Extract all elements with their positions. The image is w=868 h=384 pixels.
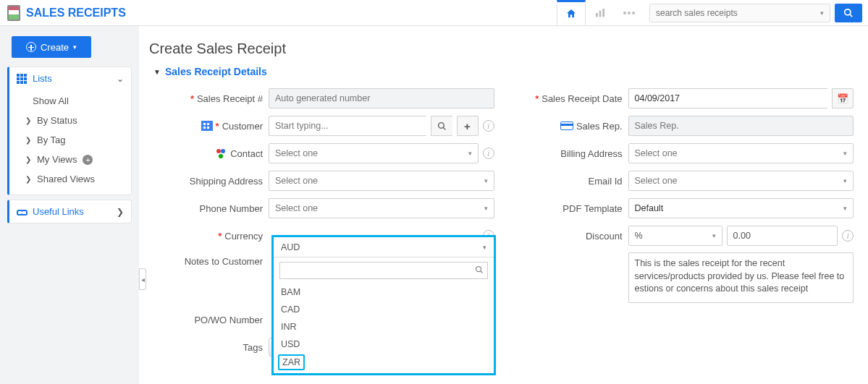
discount-unit-select[interactable]: % ▾ (628, 226, 722, 246)
receipt-date-input[interactable]: 04/09/2017 (628, 88, 828, 108)
label-pdf-template: PDF Template (562, 203, 622, 214)
sidebar-item-my-views[interactable]: ❯ My Views + (9, 150, 131, 169)
label-receipt-date: Sales Receipt Date (542, 93, 622, 104)
add-view-icon[interactable]: + (83, 155, 93, 165)
notes-textarea[interactable]: This is the sales receipt for the recent… (628, 252, 854, 303)
currency-selected[interactable]: AUD ▾ (274, 237, 494, 257)
chevron-right-icon: ❯ (25, 136, 31, 144)
customer-add-button[interactable]: + (457, 116, 479, 136)
label-phone-number: Phone Number (200, 203, 263, 214)
label-currency: Currency (224, 231, 263, 242)
label-tags: Tags (243, 342, 263, 353)
form-column-left: *Sales Receipt # Auto generated number *… (149, 88, 494, 364)
sidebar-item-show-all[interactable]: Show All (9, 91, 131, 111)
top-bar: SALES RECEIPTS ▾ (0, 0, 868, 26)
main-content: Create Sales Receipt ▼ Sales Receipt Det… (139, 26, 868, 384)
currency-option[interactable]: INR (274, 318, 494, 336)
pdf-template-select[interactable]: Default ▾ (628, 198, 854, 218)
info-icon[interactable]: i (483, 120, 494, 132)
bar-chart-icon (594, 7, 606, 19)
chevron-down-icon: ▾ (843, 177, 847, 184)
dots-icon (623, 11, 636, 15)
currency-option-highlighted[interactable]: ZAR (278, 354, 305, 370)
sidebar-useful-links-label: Useful Links (33, 206, 84, 217)
chevron-down-icon: ⌄ (117, 74, 124, 84)
svg-line-9 (443, 127, 445, 129)
sales-rep-input: Sales Rep. (628, 116, 854, 136)
sidebar-useful-links-head[interactable]: Useful Links ❯ (9, 200, 131, 223)
discount-value-input[interactable]: 0.00 (727, 226, 838, 246)
chevron-right-icon: ❯ (25, 175, 31, 183)
svg-point-11 (476, 267, 481, 272)
global-search-input[interactable] (656, 8, 820, 18)
label-billing-address: Billing Address (560, 148, 622, 159)
link-icon (17, 207, 27, 217)
svg-point-8 (438, 122, 444, 128)
label-notes: Notes to Customer (185, 256, 263, 267)
svg-line-7 (850, 14, 853, 17)
more-button[interactable] (615, 0, 644, 25)
company-icon (201, 121, 213, 131)
sales-receipt-no-input: Auto generated number (269, 88, 494, 108)
chevron-down-icon[interactable]: ▾ (820, 9, 824, 17)
phone-number-select[interactable]: Select one ▾ (269, 198, 494, 218)
contact-select[interactable]: Select one ▾ (269, 143, 479, 163)
email-id-select[interactable]: Select one ▾ (628, 171, 854, 191)
label-customer: Customer (222, 121, 263, 132)
svg-line-12 (481, 271, 483, 273)
label-contact: Contact (230, 148, 263, 159)
label-discount: Discount (586, 231, 623, 242)
collapse-triangle-icon: ▼ (153, 68, 161, 76)
section-header-label: Sales Receipt Details (165, 66, 267, 77)
svg-rect-0 (596, 13, 598, 17)
global-search[interactable]: ▾ (649, 4, 830, 22)
calendar-button[interactable] (832, 88, 854, 108)
chevron-right-icon: ❯ (117, 207, 124, 217)
currency-options-list[interactable]: BAM CAD INR USD ZAR (274, 283, 494, 373)
customer-search-button[interactable] (431, 116, 452, 136)
sidebar-item-shared-views[interactable]: ❯ Shared Views (9, 169, 131, 189)
currency-option[interactable]: CAD (274, 301, 494, 318)
currency-filter-input[interactable] (279, 262, 488, 279)
app-title-text: SALES RECEIPTS (26, 7, 126, 20)
info-icon[interactable]: i (842, 230, 854, 242)
grid-icon (17, 74, 27, 84)
sidebar-item-by-status[interactable]: ❯ By Status (9, 111, 131, 130)
chevron-down-icon: ▾ (73, 43, 77, 51)
chevron-down-icon: ▾ (468, 150, 472, 157)
svg-point-3 (623, 12, 626, 14)
chevron-right-icon: ❯ (25, 155, 31, 163)
contacts-icon (216, 148, 227, 158)
info-icon[interactable]: i (483, 148, 494, 159)
sidebar-useful-links: Useful Links ❯ (7, 200, 132, 223)
label-shipping-address: Shipping Address (190, 176, 263, 187)
currency-option[interactable]: USD (274, 336, 494, 353)
form-area: *Sales Receipt # Auto generated number *… (149, 88, 854, 364)
app-title: SALES RECEIPTS (7, 5, 126, 21)
shipping-address-select[interactable]: Select one ▾ (269, 171, 494, 191)
label-email-id: Email Id (589, 176, 623, 187)
page-title: Create Sales Receipt (149, 40, 854, 57)
section-header[interactable]: ▼ Sales Receipt Details (153, 66, 854, 77)
currency-option[interactable]: BAM (274, 283, 494, 301)
receipt-icon (7, 5, 20, 21)
search-icon (843, 8, 854, 18)
customer-input[interactable]: Start typing... (269, 116, 426, 136)
label-po-wo: PO/WO Number (194, 315, 263, 325)
sidebar-item-by-tag[interactable]: ❯ By Tag (9, 130, 131, 150)
svg-rect-1 (599, 10, 602, 17)
currency-dropdown: AUD ▾ BAM CAD INR USD ZAR (271, 235, 496, 375)
home-tab[interactable] (557, 0, 586, 25)
sidebar-lists: Lists ⌄ Show All ❯ By Status ❯ By Tag ❯ … (7, 67, 132, 195)
chevron-down-icon: ▾ (484, 205, 488, 212)
search-button[interactable] (835, 4, 862, 22)
id-card-icon (560, 121, 573, 130)
label-sales-rep: Sales Rep. (576, 121, 623, 132)
svg-point-5 (632, 12, 635, 14)
create-button[interactable]: Create ▾ (12, 36, 91, 58)
sidebar-lists-head[interactable]: Lists ⌄ (9, 67, 131, 90)
reports-button[interactable] (586, 0, 615, 25)
chevron-right-icon: ❯ (25, 116, 31, 124)
billing-address-select[interactable]: Select one ▾ (628, 143, 854, 163)
label-sales-receipt-no: Sales Receipt # (197, 93, 263, 104)
